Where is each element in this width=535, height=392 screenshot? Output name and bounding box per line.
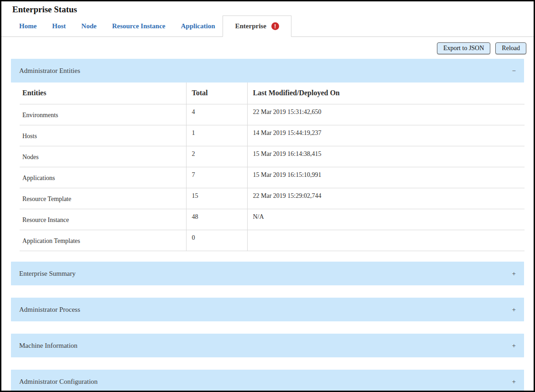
administrator-entities-panel: Entities Total Last Modified/Deployed On… [20, 83, 525, 251]
tab-bar: Home Host Node Resource Instance Applica… [1, 15, 534, 37]
table-row: Applications 7 15 Mar 2019 16:15:10,991 [20, 167, 525, 188]
tab-resource-instance[interactable]: Resource Instance [104, 15, 173, 36]
entity-total: 7 [186, 167, 247, 188]
entity-last-modified: N/A [247, 209, 525, 230]
expand-icon[interactable]: + [512, 270, 516, 278]
tab-enterprise-label: Enterprise [235, 22, 266, 30]
entity-name: Resource Template [20, 188, 186, 209]
table-row: Nodes 2 15 Mar 2019 16:14:38,415 [20, 146, 525, 167]
expand-icon[interactable]: + [512, 342, 516, 350]
expand-icon[interactable]: + [512, 378, 516, 386]
entity-name: Environments [20, 104, 186, 125]
section-spacer [1, 321, 534, 334]
collapse-icon[interactable]: − [512, 67, 516, 75]
entity-total: 48 [186, 209, 247, 230]
accordion-header-enterprise-summary[interactable]: Enterprise Summary + [11, 262, 524, 285]
alert-badge-icon: ! [271, 22, 279, 30]
accordion-header-administrator-configuration[interactable]: Administrator Configuration + [11, 370, 524, 392]
section-spacer [1, 285, 534, 298]
table-row: Resource Instance 48 N/A [20, 209, 525, 230]
accordion-header-administrator-process[interactable]: Administrator Process + [11, 298, 524, 321]
column-header-total: Total [186, 83, 247, 104]
tab-host[interactable]: Host [44, 15, 73, 36]
accordion-title: Enterprise Summary [19, 270, 76, 278]
entity-name: Applications [20, 167, 186, 188]
entity-name: Application Templates [20, 230, 186, 251]
export-json-button[interactable]: Export to JSON [437, 42, 490, 54]
entity-total: 1 [186, 125, 247, 146]
column-header-entities: Entities [20, 83, 186, 104]
app-window: Enterprise Status Home Host Node Resourc… [0, 0, 535, 392]
table-header-row: Entities Total Last Modified/Deployed On [20, 83, 525, 104]
tab-home[interactable]: Home [11, 15, 44, 36]
section-spacer [1, 357, 534, 370]
entity-name: Nodes [20, 146, 186, 167]
tab-node[interactable]: Node [73, 15, 104, 36]
accordion-section-administrator-configuration: Administrator Configuration + [11, 370, 524, 392]
table-row: Application Templates 0 [20, 230, 525, 251]
toolbar: Export to JSON Reload [1, 37, 534, 59]
tab-enterprise[interactable]: Enterprise ! [223, 15, 291, 37]
accordion-title: Machine Information [19, 342, 78, 350]
accordion-header-machine-information[interactable]: Machine Information + [11, 334, 524, 357]
accordion-title: Administrator Process [19, 306, 80, 314]
entity-total: 4 [186, 104, 247, 125]
entity-last-modified: 22 Mar 2019 15:31:42,650 [247, 104, 525, 125]
entity-last-modified: 14 Mar 2019 15:44:19,237 [247, 125, 525, 146]
tab-application[interactable]: Application [173, 15, 223, 36]
entity-total: 2 [186, 146, 247, 167]
accordion-section-administrator-entities: Administrator Entities − [11, 59, 524, 83]
table-row: Environments 4 22 Mar 2019 15:31:42,650 [20, 104, 525, 125]
accordion-section-enterprise-summary: Enterprise Summary + [11, 262, 524, 285]
accordion-section-administrator-process: Administrator Process + [11, 298, 524, 321]
entities-table: Entities Total Last Modified/Deployed On… [20, 83, 525, 251]
page-title: Enterprise Status [1, 1, 534, 15]
accordion-section-machine-information: Machine Information + [11, 334, 524, 357]
entity-total: 0 [186, 230, 247, 251]
table-row: Resource Template 15 22 Mar 2019 15:29:0… [20, 188, 525, 209]
entity-last-modified: 15 Mar 2019 16:14:38,415 [247, 146, 525, 167]
entity-name: Hosts [20, 125, 186, 146]
table-row: Hosts 1 14 Mar 2019 15:44:19,237 [20, 125, 525, 146]
entity-name: Resource Instance [20, 209, 186, 230]
column-header-last-modified: Last Modified/Deployed On [247, 83, 525, 104]
entity-last-modified [247, 230, 525, 251]
accordion-title: Administrator Configuration [19, 378, 98, 386]
accordion-title: Administrator Entities [19, 67, 80, 75]
entity-total: 15 [186, 188, 247, 209]
accordion-header-administrator-entities[interactable]: Administrator Entities − [11, 59, 524, 83]
entity-last-modified: 22 Mar 2019 15:29:02,744 [247, 188, 525, 209]
expand-icon[interactable]: + [512, 306, 516, 314]
reload-button[interactable]: Reload [495, 42, 526, 54]
entity-last-modified: 15 Mar 2019 16:15:10,991 [247, 167, 525, 188]
